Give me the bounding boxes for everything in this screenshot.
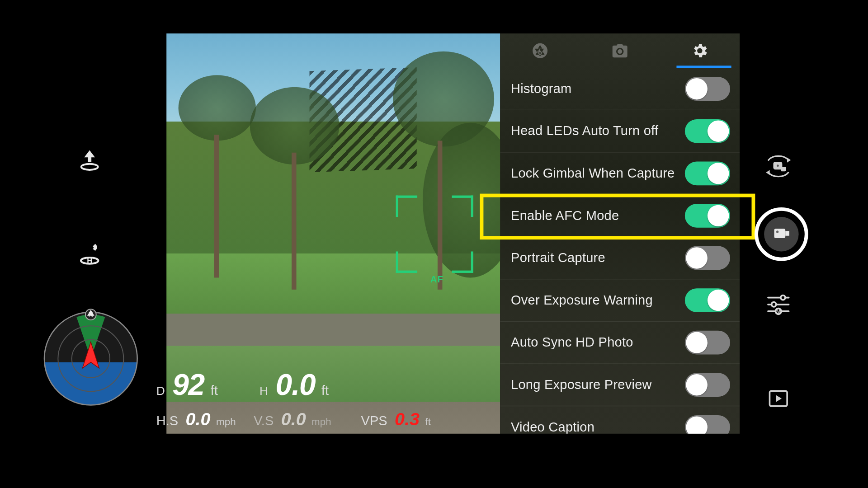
svg-point-16: [776, 164, 779, 168]
focus-target-box[interactable]: [396, 196, 473, 273]
settings-row-label: Histogram: [511, 81, 685, 97]
scene-foliage: [179, 75, 256, 141]
settings-tabs: [500, 33, 740, 68]
settings-row-label: Auto Sync HD Photo: [511, 335, 685, 350]
distance-label: D: [156, 384, 165, 397]
svg-marker-14: [766, 170, 769, 175]
svg-point-24: [772, 302, 776, 307]
toggle-histogram[interactable]: [685, 77, 730, 101]
height-label: H: [259, 384, 268, 397]
af-indicator-label: AF: [430, 274, 443, 284]
settings-row-label: Portrait Capture: [511, 250, 685, 266]
attitude-radar[interactable]: N: [41, 309, 141, 408]
svg-marker-29: [776, 395, 782, 402]
auto-takeoff-button[interactable]: [71, 142, 108, 180]
svg-text:H: H: [87, 256, 92, 264]
hspeed-value: 0.0: [186, 409, 211, 429]
scene-trunk: [214, 135, 219, 277]
settings-row-lock-gimbal-when-capture[interactable]: Lock Gimbal When Capture: [500, 153, 740, 195]
flight-telemetry: D 92 ft H 0.0 ft H.S 0.0 mph V.S 0.0 mph: [156, 367, 431, 429]
hspeed-unit: mph: [216, 417, 236, 428]
settings-row-histogram[interactable]: Histogram: [500, 68, 740, 111]
svg-rect-5: [41, 362, 141, 409]
shutter-inner-icon: [764, 217, 798, 251]
settings-row-label: Lock Gimbal When Capture: [511, 166, 685, 181]
shutter-button[interactable]: [755, 207, 808, 261]
settings-row-label: Enable AFC Mode: [511, 208, 685, 223]
svg-point-20: [776, 230, 778, 233]
settings-row-long-exposure-preview[interactable]: Long Exposure Preview: [500, 364, 740, 407]
svg-point-22: [781, 296, 785, 300]
settings-row-over-exposure-warning[interactable]: Over Exposure Warning: [500, 279, 740, 322]
settings-row-video-caption[interactable]: Video Caption: [500, 406, 740, 434]
settings-row-label: Video Caption: [511, 419, 685, 434]
toggle-lock-gimbal-when-capture[interactable]: [685, 161, 730, 185]
svg-point-0: [81, 164, 98, 170]
vspeed-unit: mph: [311, 417, 331, 428]
settings-row-label: Long Exposure Preview: [511, 377, 685, 393]
toggle-video-caption[interactable]: [685, 415, 730, 434]
toggle-auto-sync-hd-photo[interactable]: [685, 331, 730, 355]
height-value: 0.0: [276, 368, 316, 402]
settings-row-auto-sync-hd-photo[interactable]: Auto Sync HD Photo: [500, 322, 740, 364]
toggle-portrait-capture[interactable]: [685, 246, 730, 270]
scene-trunk: [292, 153, 297, 290]
svg-marker-13: [787, 158, 791, 163]
switch-photo-video-button[interactable]: [758, 145, 799, 187]
distance-value: 92: [172, 368, 204, 402]
svg-rect-18: [774, 229, 786, 238]
hspeed-label: H.S: [156, 413, 178, 428]
svg-rect-17: [782, 168, 785, 171]
advanced-camera-settings-button[interactable]: M: [758, 284, 799, 325]
svg-rect-19: [785, 231, 789, 236]
vps-value: 0.3: [395, 409, 420, 429]
height-unit: ft: [321, 383, 329, 398]
svg-text:M: M: [777, 309, 780, 314]
vspeed-label: V.S: [254, 413, 274, 428]
camera-settings-panel: HistogramHead LEDs Auto Turn offLock Gim…: [500, 33, 740, 434]
distance-unit: ft: [211, 383, 218, 398]
settings-row-portrait-capture[interactable]: Portrait Capture: [500, 237, 740, 280]
playback-button[interactable]: [758, 378, 799, 419]
vps-label: VPS: [361, 413, 387, 428]
toggle-over-exposure-warning[interactable]: [685, 288, 730, 312]
tab-settings[interactable]: [670, 33, 730, 68]
toggle-enable-afc-mode[interactable]: [685, 204, 730, 228]
settings-row-label: Over Exposure Warning: [511, 292, 685, 308]
toggle-head-leds-auto-turn-off[interactable]: [685, 119, 730, 143]
return-home-button[interactable]: H: [71, 235, 108, 273]
settings-row-head-leds-auto-turn-off[interactable]: Head LEDs Auto Turn off: [500, 110, 740, 153]
toggle-long-exposure-preview[interactable]: [685, 373, 730, 397]
tab-camera[interactable]: [590, 33, 650, 68]
vps-unit: ft: [425, 417, 430, 428]
vspeed-value: 0.0: [281, 409, 306, 429]
settings-row-enable-afc-mode[interactable]: Enable AFC Mode: [500, 195, 740, 237]
settings-row-label: Head LEDs Auto Turn off: [511, 123, 685, 139]
tab-aperture[interactable]: [510, 33, 570, 68]
